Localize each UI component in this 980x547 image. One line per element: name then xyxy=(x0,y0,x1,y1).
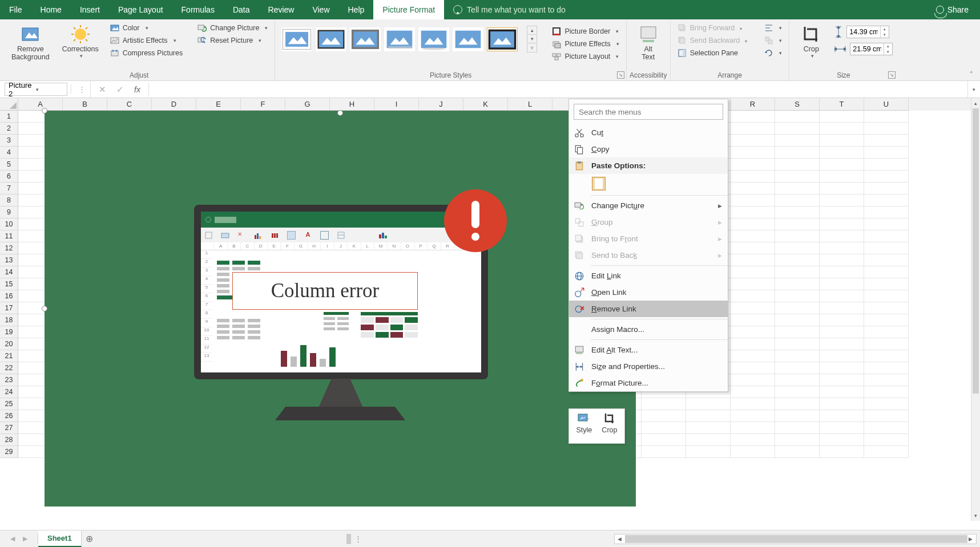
height-input[interactable] xyxy=(847,28,880,36)
picture-effects-icon xyxy=(552,39,561,48)
mini-style-label: Style xyxy=(576,426,592,434)
tab-picture-format[interactable]: Picture Format xyxy=(373,0,444,19)
ctx-cut[interactable]: Cut xyxy=(569,124,728,141)
height-spinner[interactable]: ▴▾ xyxy=(846,26,889,38)
ctx-send-to-back: Send to Back ▶ xyxy=(569,247,728,264)
vscroll-thumb[interactable] xyxy=(973,108,979,394)
bring-forward-icon xyxy=(677,23,687,33)
mini-style-button[interactable]: Style xyxy=(576,412,592,442)
ctx-format-picture[interactable]: Format Picture... xyxy=(569,375,728,391)
width-spinner[interactable]: ▴▾ xyxy=(850,43,893,55)
formula-input[interactable] xyxy=(148,83,967,96)
height-up[interactable]: ▴ xyxy=(881,26,889,32)
sheet-splitter[interactable] xyxy=(346,534,351,544)
fx-expand-icon[interactable]: ▾ xyxy=(967,81,980,98)
size-launcher[interactable]: ↘ xyxy=(888,71,896,79)
new-sheet-button[interactable]: ⊕ xyxy=(82,531,98,547)
rotate-button[interactable] xyxy=(762,47,784,59)
tab-file[interactable]: File xyxy=(0,0,31,19)
crop-button[interactable]: Crop xyxy=(794,22,828,62)
remove-background-button[interactable]: Remove Background xyxy=(8,22,53,64)
ctx-open-link[interactable]: Open Link xyxy=(569,284,728,301)
sheet-next-icon[interactable]: ▶ xyxy=(23,535,27,542)
align-button[interactable] xyxy=(762,22,784,34)
tab-view[interactable]: View xyxy=(303,0,338,19)
rotate-handle[interactable] xyxy=(337,110,343,116)
gallery-more-icon[interactable]: ▿ xyxy=(527,43,537,52)
hscroll-thumb[interactable] xyxy=(625,535,967,543)
ctx-search[interactable] xyxy=(574,104,723,120)
height-down[interactable]: ▾ xyxy=(881,32,889,38)
name-box[interactable]: Picture 2 ▾ xyxy=(5,83,67,96)
ctx-change-picture[interactable]: Change Picture ▶ xyxy=(569,197,728,214)
change-picture-button[interactable]: Change Picture xyxy=(195,22,270,34)
hscroll-options-icon[interactable]: ⋮ xyxy=(354,534,365,543)
select-all-cell[interactable] xyxy=(0,98,18,111)
submenu-arrow-icon: ▶ xyxy=(718,236,722,242)
picture-border-button[interactable]: Picture Border xyxy=(550,26,621,37)
picture-styles-nav[interactable]: ▴ ▾ ▿ xyxy=(527,26,537,52)
horizontal-scrollbar[interactable]: ◀ ▶ xyxy=(614,534,977,544)
tab-insert[interactable]: Insert xyxy=(71,0,109,19)
hscroll-left-icon[interactable]: ◀ xyxy=(615,534,625,544)
width-up[interactable]: ▴ xyxy=(884,43,892,49)
share-button[interactable]: Share xyxy=(925,0,980,19)
reset-picture-button[interactable]: Reset Picture xyxy=(195,35,270,46)
ctx-remove-link[interactable]: Remove Link xyxy=(569,301,728,317)
width-input[interactable] xyxy=(850,45,884,53)
sheet-tab-1[interactable]: Sheet1 xyxy=(38,530,82,547)
tab-formulas[interactable]: Formulas xyxy=(172,0,224,19)
collapse-ribbon-icon[interactable]: ˄ xyxy=(970,71,973,78)
corrections-button[interactable]: Corrections xyxy=(59,22,102,64)
picture-styles-gallery[interactable] xyxy=(280,26,519,53)
sheet-nav[interactable]: ◀ ▶ xyxy=(0,535,38,542)
change-picture-icon xyxy=(197,23,207,33)
artistic-icon xyxy=(110,36,119,45)
sheet-tab-bar: ◀ ▶ Sheet1 ⊕ ⋮ ◀ ▶ xyxy=(0,530,980,547)
tab-home[interactable]: Home xyxy=(31,0,71,19)
scroll-down-icon[interactable]: ▾ xyxy=(971,510,980,521)
gallery-up-icon[interactable]: ▴ xyxy=(527,26,537,35)
picture-layout-button[interactable]: Picture Layout xyxy=(550,51,621,62)
bring-front-icon xyxy=(574,234,584,244)
tab-help[interactable]: Help xyxy=(339,0,374,19)
selection-pane-button[interactable]: Selection Pane xyxy=(675,47,750,59)
inserted-picture[interactable]: ✕ A ABCDEFGHIJKLMNOPQRST 123456789101112… xyxy=(45,111,636,507)
ribbon-picture-format: Remove Background Corrections Color Arti… xyxy=(0,19,980,81)
artistic-effects-button[interactable]: Artistic Effects xyxy=(108,35,185,46)
mini-crop-button[interactable]: Crop xyxy=(602,412,617,442)
row-headers[interactable]: 1234567891011121314151617181920212223242… xyxy=(0,111,18,458)
vertical-scrollbar[interactable]: ▴ ▾ xyxy=(971,98,980,521)
column-headers[interactable]: ABCDEFGHIJKLPQRSTU xyxy=(18,98,971,111)
fx-options-icon[interactable]: ⋮ xyxy=(74,85,90,94)
tab-data[interactable]: Data xyxy=(224,0,259,19)
width-down[interactable]: ▾ xyxy=(884,49,892,55)
svg-rect-71 xyxy=(257,233,259,239)
compress-pictures-button[interactable]: Compress Pictures xyxy=(108,47,185,59)
ctx-edit-link[interactable]: Edit Link xyxy=(569,268,728,284)
color-button[interactable]: Color xyxy=(108,22,185,34)
fx-icon[interactable]: fx xyxy=(134,85,140,94)
resize-handle-w[interactable] xyxy=(42,306,47,311)
picture-effects-button[interactable]: Picture Effects xyxy=(550,38,621,50)
picture-styles-launcher[interactable]: ↘ xyxy=(617,71,624,79)
tab-page-layout[interactable]: Page Layout xyxy=(109,0,172,19)
name-box-dropdown-icon[interactable]: ▾ xyxy=(36,87,63,92)
resize-handle-nw[interactable] xyxy=(42,108,47,114)
send-backward-button: Send Backward xyxy=(675,35,750,46)
gallery-down-icon[interactable]: ▾ xyxy=(527,35,537,43)
ctx-assign-macro[interactable]: Assign Macro... xyxy=(569,321,728,338)
svg-line-86 xyxy=(577,129,582,134)
tab-review[interactable]: Review xyxy=(259,0,304,19)
ctx-paste-option-1[interactable] xyxy=(569,174,728,193)
ctx-size-properties[interactable]: Size and Properties... xyxy=(569,358,728,375)
scroll-up-icon[interactable]: ▴ xyxy=(971,98,980,108)
ctx-copy[interactable]: Copy xyxy=(569,141,728,157)
cut-icon xyxy=(574,128,584,138)
alt-text-button[interactable]: Alt Text xyxy=(631,22,666,64)
tell-me-search[interactable]: Tell me what you want to do xyxy=(444,0,575,19)
sheet-prev-icon[interactable]: ◀ xyxy=(10,535,15,542)
picture-styles-group-label: Picture Styles xyxy=(275,71,626,79)
ctx-search-input[interactable] xyxy=(574,104,723,120)
ctx-edit-alt-text[interactable]: Edit Alt Text... xyxy=(569,342,728,358)
